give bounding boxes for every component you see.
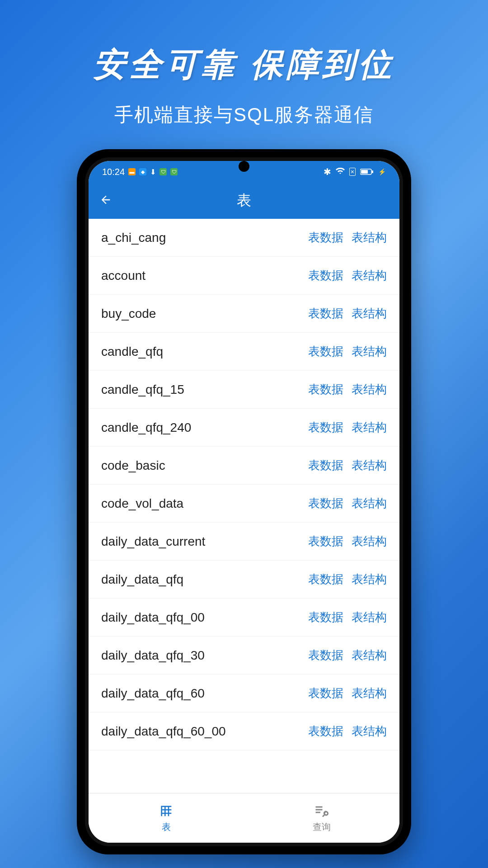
table-list[interactable]: a_chi_cang表数据表结构account表数据表结构buy_code表数据… [89, 219, 399, 793]
table-name: candle_qfq_15 [101, 382, 184, 397]
table-actions: 表数据表结构 [308, 306, 387, 321]
table-actions: 表数据表结构 [308, 495, 387, 511]
table-data-link[interactable]: 表数据 [308, 495, 343, 511]
nav-tab-tables[interactable]: 表 [89, 793, 244, 843]
notification-icon: ⬇ [150, 168, 156, 176]
table-data-link[interactable]: 表数据 [308, 647, 343, 663]
svg-rect-1 [361, 170, 368, 174]
bottom-nav: 表 查询 [89, 793, 399, 843]
table-name: code_basic [101, 458, 165, 473]
table-name: daily_data_qfq_60 [101, 686, 205, 701]
table-data-link[interactable]: 表数据 [308, 571, 343, 587]
table-row: daily_data_qfq_00表数据表结构 [89, 599, 399, 637]
app-icon-2: ◆ [139, 168, 146, 175]
table-data-link[interactable]: 表数据 [308, 609, 343, 625]
table-row: buy_code表数据表结构 [89, 295, 399, 333]
table-structure-link[interactable]: 表结构 [352, 268, 387, 283]
phone-frame: 10:24 ▬ ◆ ⬇ 🛡 🛡 ✱ × ⚡ [77, 149, 411, 854]
table-data-link[interactable]: 表数据 [308, 268, 343, 283]
table-structure-link[interactable]: 表结构 [352, 344, 387, 359]
table-actions: 表数据表结构 [308, 571, 387, 587]
table-name: code_vol_data [101, 496, 183, 511]
sim-icon: × [349, 168, 356, 176]
table-row: daily_data_qfq_60_00表数据表结构 [89, 712, 399, 750]
table-actions: 表数据表结构 [308, 685, 387, 701]
page-title: 表 [89, 191, 399, 211]
table-name: buy_code [101, 307, 156, 321]
table-row: candle_qfq表数据表结构 [89, 333, 399, 371]
promo-subtitle: 手机端直接与SQL服务器通信 [0, 102, 488, 127]
table-structure-link[interactable]: 表结构 [352, 533, 387, 549]
wifi-icon [336, 167, 345, 177]
table-actions: 表数据表结构 [308, 382, 387, 397]
table-actions: 表数据表结构 [308, 533, 387, 549]
charging-icon: ⚡ [378, 168, 386, 175]
promo-title: 安全可靠 保障到位 [0, 43, 488, 86]
table-row: code_basic表数据表结构 [89, 447, 399, 485]
table-data-link[interactable]: 表数据 [308, 723, 343, 739]
table-actions: 表数据表结构 [308, 458, 387, 473]
nav-tab-tables-label: 表 [162, 821, 171, 833]
table-name: candle_qfq_240 [101, 420, 191, 435]
table-name: daily_data_qfq [101, 572, 183, 587]
table-structure-link[interactable]: 表结构 [352, 420, 387, 435]
table-actions: 表数据表结构 [308, 268, 387, 283]
table-structure-link[interactable]: 表结构 [352, 382, 387, 397]
table-row: daily_data_current表数据表结构 [89, 523, 399, 561]
nav-bar: 表 [89, 183, 399, 219]
shield-icon-1: 🛡 [160, 168, 167, 175]
table-name: daily_data_qfq_00 [101, 610, 205, 625]
table-structure-link[interactable]: 表结构 [352, 723, 387, 739]
grid-icon [158, 803, 174, 819]
table-data-link[interactable]: 表数据 [308, 230, 343, 245]
table-row: candle_qfq_15表数据表结构 [89, 371, 399, 409]
table-row: code_vol_data表数据表结构 [89, 485, 399, 523]
status-time: 10:24 [102, 167, 125, 177]
table-name: account [101, 269, 145, 283]
table-actions: 表数据表结构 [308, 230, 387, 245]
table-structure-link[interactable]: 表结构 [352, 458, 387, 473]
table-structure-link[interactable]: 表结构 [352, 685, 387, 701]
table-name: candle_qfq [101, 344, 163, 359]
nav-tab-query[interactable]: 查询 [244, 793, 399, 843]
table-name: a_chi_cang [101, 231, 166, 245]
table-name: daily_data_qfq_30 [101, 648, 205, 663]
table-actions: 表数据表结构 [308, 723, 387, 739]
table-row: candle_qfq_240表数据表结构 [89, 409, 399, 447]
table-data-link[interactable]: 表数据 [308, 533, 343, 549]
app-icon-1: ▬ [128, 168, 136, 175]
table-structure-link[interactable]: 表结构 [352, 495, 387, 511]
svg-rect-2 [372, 170, 373, 173]
table-actions: 表数据表结构 [308, 609, 387, 625]
table-data-link[interactable]: 表数据 [308, 458, 343, 473]
table-structure-link[interactable]: 表结构 [352, 609, 387, 625]
table-name: daily_data_qfq_60_00 [101, 724, 226, 739]
bluetooth-icon: ✱ [324, 166, 331, 177]
table-actions: 表数据表结构 [308, 344, 387, 359]
shield-icon-2: 🛡 [170, 168, 178, 175]
nav-tab-query-label: 查询 [313, 821, 331, 833]
table-structure-link[interactable]: 表结构 [352, 647, 387, 663]
table-actions: 表数据表结构 [308, 420, 387, 435]
battery-icon [360, 167, 374, 177]
table-data-link[interactable]: 表数据 [308, 420, 343, 435]
table-structure-link[interactable]: 表结构 [352, 306, 387, 321]
table-actions: 表数据表结构 [308, 647, 387, 663]
table-row: daily_data_qfq_60表数据表结构 [89, 675, 399, 712]
table-row: daily_data_qfq_30表数据表结构 [89, 637, 399, 675]
table-data-link[interactable]: 表数据 [308, 344, 343, 359]
table-row: daily_data_qfq表数据表结构 [89, 561, 399, 599]
table-structure-link[interactable]: 表结构 [352, 571, 387, 587]
table-data-link[interactable]: 表数据 [308, 306, 343, 321]
table-row: a_chi_cang表数据表结构 [89, 219, 399, 257]
back-button[interactable] [99, 191, 112, 210]
phone-notch [239, 161, 249, 172]
table-structure-link[interactable]: 表结构 [352, 230, 387, 245]
table-row: account表数据表结构 [89, 257, 399, 295]
table-name: daily_data_current [101, 534, 205, 549]
table-data-link[interactable]: 表数据 [308, 685, 343, 701]
table-data-link[interactable]: 表数据 [308, 382, 343, 397]
search-list-icon [314, 803, 330, 819]
